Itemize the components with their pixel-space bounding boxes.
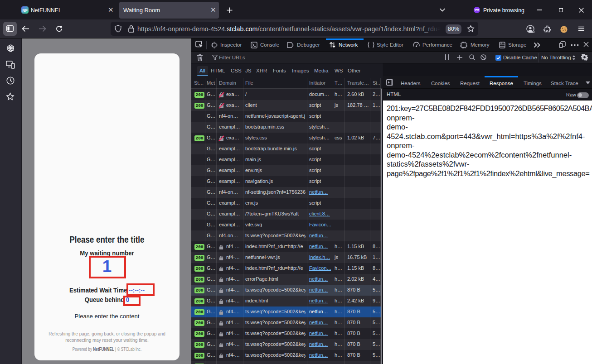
svg-text:NF: NF — [22, 8, 27, 13]
